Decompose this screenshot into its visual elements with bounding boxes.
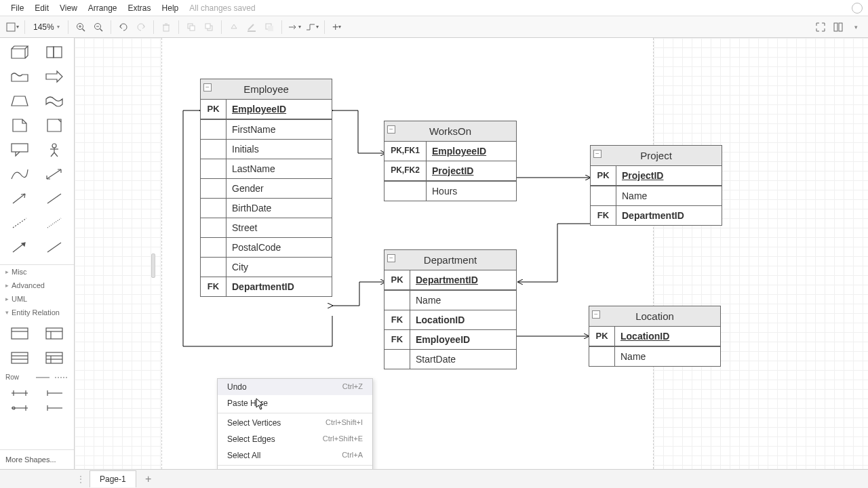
menu-view[interactable]: View — [54, 1, 83, 16]
shape-step[interactable] — [38, 41, 72, 64]
shape-line-plain[interactable] — [38, 236, 72, 259]
toolbar: ▾ 145%▾ ▾ ▾ +▾ ▾ — [0, 16, 868, 38]
er-shape-table2[interactable] — [38, 322, 72, 345]
entity-header[interactable]: −Location — [589, 306, 720, 327]
fullscreen-icon[interactable] — [812, 19, 829, 35]
sidebar-section-misc[interactable]: ▸Misc — [0, 265, 74, 279]
context-select-edges[interactable]: Select EdgesCtrl+Shift+E — [218, 431, 372, 447]
context-undo[interactable]: UndoCtrl+Z — [218, 379, 372, 395]
entity-header[interactable]: −WorksOn — [384, 121, 516, 142]
shape-wave[interactable] — [38, 89, 72, 113]
shape-callout[interactable] — [3, 138, 37, 161]
shape-line-thin[interactable] — [38, 187, 72, 210]
shadow-icon[interactable] — [261, 19, 277, 35]
canvas[interactable]: −Employee PKEmployeeID FirstName Initial… — [75, 38, 868, 469]
fill-icon[interactable] — [226, 19, 242, 35]
svg-line-29 — [54, 152, 58, 157]
add-tab-button[interactable]: + — [140, 472, 157, 486]
entity-location[interactable]: −Location PKLocationID Name — [589, 306, 721, 367]
zoom-in-icon[interactable] — [73, 19, 89, 35]
er-row-shape-2[interactable] — [55, 375, 68, 380]
er-shape-table4[interactable] — [38, 346, 72, 369]
menu-arrange[interactable]: Arrange — [83, 1, 123, 16]
to-back-icon[interactable] — [201, 19, 217, 35]
shape-line-dashed[interactable] — [3, 211, 37, 235]
menu-edit[interactable]: Edit — [29, 1, 54, 16]
line-color-icon[interactable] — [243, 19, 260, 35]
context-select-vertices[interactable]: Select VerticesCtrl+Shift+I — [218, 415, 372, 431]
shape-actor[interactable] — [38, 138, 72, 161]
shape-cube[interactable] — [3, 41, 37, 64]
context-paste-here[interactable]: Paste Here — [218, 395, 372, 411]
collapse-icon[interactable]: − — [387, 125, 395, 134]
er-shape-table1[interactable] — [3, 322, 37, 345]
format-icon[interactable] — [830, 19, 846, 35]
sidebar-resize-handle[interactable] — [151, 253, 155, 278]
er-conn-1[interactable] — [3, 386, 37, 400]
redo-icon[interactable] — [133, 19, 149, 35]
collapse-icon[interactable]: − — [203, 83, 212, 92]
entity-header[interactable]: −Project — [591, 146, 722, 166]
entity-department[interactable]: −Department PKDepartmentID Name FKLocati… — [384, 249, 517, 369]
svg-rect-23 — [54, 47, 62, 58]
svg-line-2 — [82, 28, 85, 31]
collapse-icon[interactable]: − — [592, 310, 600, 319]
svg-line-6 — [100, 28, 102, 31]
shape-card[interactable] — [38, 114, 72, 137]
shape-arrow-up[interactable] — [3, 187, 37, 210]
entity-header[interactable]: −Employee — [201, 79, 332, 100]
er-conn-2[interactable] — [38, 386, 72, 400]
shape-trapezoid[interactable] — [3, 89, 37, 113]
er-shape-table3[interactable] — [3, 346, 37, 369]
entity-employee[interactable]: −Employee PKEmployeeID FirstName Initial… — [200, 79, 332, 297]
menu-extras[interactable]: Extras — [123, 1, 157, 16]
svg-line-28 — [51, 152, 54, 157]
collapse-icon[interactable]: ▾ — [848, 19, 864, 35]
sidebar-section-er[interactable]: ▾Entity Relation — [0, 306, 74, 319]
sidebar-section-uml[interactable]: ▸UML — [0, 292, 74, 306]
entity-workson[interactable]: −WorksOn PK,FK1EmployeeID PK,FK2ProjectI… — [384, 121, 517, 201]
svg-rect-22 — [47, 47, 54, 58]
zoom-dropdown[interactable]: 145%▾ — [29, 21, 64, 33]
connection-dropdown[interactable]: ▾ — [286, 19, 302, 35]
shape-arrow-bi[interactable] — [38, 163, 72, 186]
waypoint-dropdown[interactable]: ▾ — [304, 19, 320, 35]
svg-line-34 — [47, 218, 61, 228]
more-shapes-button[interactable]: More Shapes... — [0, 449, 74, 469]
sidebar-section-advanced[interactable]: ▸Advanced — [0, 279, 74, 292]
main-area: ▸Misc ▸Advanced ▸UML ▾Entity Relation Ro… — [0, 38, 868, 469]
entity-project[interactable]: −Project PKProjectID Name FKDepartmentID — [590, 145, 722, 226]
collapse-icon[interactable]: − — [593, 150, 601, 158]
row-label: Row — [5, 373, 19, 381]
zoom-out-icon[interactable] — [90, 19, 106, 35]
menu-file[interactable]: File — [5, 1, 29, 16]
shape-page[interactable] — [3, 114, 37, 137]
view-dropdown[interactable]: ▾ — [4, 19, 20, 35]
undo-icon[interactable] — [115, 19, 132, 35]
shape-connector[interactable] — [3, 236, 37, 259]
er-conn-3[interactable] — [3, 401, 37, 415]
delete-icon[interactable] — [158, 19, 174, 35]
svg-line-15 — [248, 24, 254, 30]
entity-header[interactable]: −Department — [384, 250, 516, 270]
svg-rect-45 — [46, 352, 62, 363]
shape-line-dotted[interactable] — [38, 211, 72, 235]
shape-curve[interactable] — [3, 163, 37, 186]
globe-icon[interactable] — [852, 3, 863, 14]
menu-help[interactable]: Help — [157, 1, 184, 16]
shape-arrow[interactable] — [38, 65, 72, 88]
collapse-icon[interactable]: − — [387, 254, 395, 262]
svg-rect-21 — [839, 23, 842, 31]
tab-page-1[interactable]: Page-1 — [90, 470, 136, 487]
context-select-all[interactable]: Select AllCtrl+A — [218, 447, 372, 464]
svg-rect-20 — [834, 23, 837, 31]
tab-drag-handle[interactable]: ⋮ — [75, 474, 87, 484]
shape-tape[interactable] — [3, 65, 37, 88]
er-conn-4[interactable] — [38, 401, 72, 415]
svg-rect-14 — [205, 24, 210, 28]
svg-line-33 — [13, 218, 26, 228]
er-row-shape-1[interactable] — [36, 375, 50, 380]
to-front-icon[interactable] — [183, 19, 199, 35]
context-clear-style[interactable]: Clear Default StyleCtrl+Shift+R — [218, 467, 372, 469]
insert-dropdown[interactable]: +▾ — [329, 19, 345, 35]
